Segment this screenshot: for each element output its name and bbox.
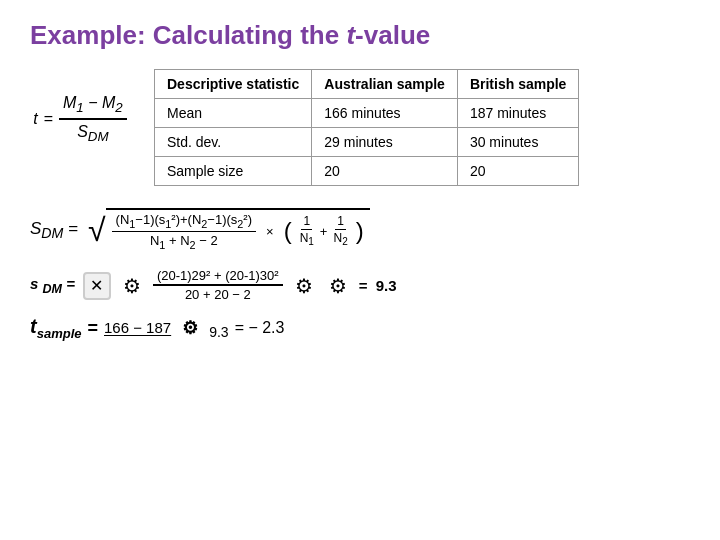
sdm-symbol: SDM = [30, 219, 78, 241]
row-mean-australian: 166 minutes [312, 99, 458, 128]
gear-icon-2: ⚙ [291, 273, 317, 299]
t-label: t [33, 110, 37, 128]
tsample-label: tsample [30, 315, 81, 341]
row-stddev-british: 30 minutes [457, 128, 578, 157]
sqrt-container: √ (N1−1)(s1²)+(N2−1)(s2²) N1 + N2 − 2 × … [88, 208, 370, 252]
page-container: Example: Calculating the t-value t = M1 … [0, 0, 720, 540]
table-row: Std. dev. 29 minutes 30 minutes [155, 128, 579, 157]
data-table-container: Descriptive statistic Australian sample … [154, 69, 579, 186]
col-header-australian: Australian sample [312, 70, 458, 99]
gear-icon-3: ⚙ [325, 273, 351, 299]
calc-fraction: (20-1)29² + (20-1)30² 20 + 20 − 2 [153, 268, 283, 303]
tsample-line: tsample = 166 − 187 ⚙ 9.3 = − 2.3 [30, 315, 690, 341]
tsample-numer-underline: 166 − 187 [104, 319, 171, 338]
bracket-left: ( [284, 219, 292, 243]
table-row: Mean 166 minutes 187 minutes [155, 99, 579, 128]
page-title: Example: Calculating the t-value [30, 20, 690, 51]
table-row: Sample size 20 20 [155, 157, 579, 186]
calc-fraction-numer: (20-1)29² + (20-1)30² [153, 268, 283, 286]
row-stddev-label: Std. dev. [155, 128, 312, 157]
row-mean-british: 187 minutes [457, 99, 578, 128]
tsample-result: = − 2.3 [235, 319, 285, 337]
sqrt-content: (N1−1)(s1²)+(N2−1)(s2²) N1 + N2 − 2 × ( … [106, 208, 370, 252]
bracket-right: ) [356, 219, 364, 243]
sdm-calc-label: s DM = [30, 275, 75, 296]
descriptive-stats-table: Descriptive statistic Australian sample … [154, 69, 579, 186]
big-fraction: (N1−1)(s1²)+(N2−1)(s2²) N1 + N2 − 2 [112, 212, 256, 250]
t-formula-block: t = M1 − M2 SDM [30, 79, 130, 145]
calc-fraction-denom: 20 + 20 − 2 [181, 286, 255, 303]
tsample-denom-label: 9.3 [209, 324, 228, 340]
col-header-british: British sample [457, 70, 578, 99]
sdm-calc-line: s DM = ✕ ⚙ (20-1)29² + (20-1)30² 20 + 20… [30, 268, 690, 303]
col-header-descriptive: Descriptive statistic [155, 70, 312, 99]
row-samplesize-australian: 20 [312, 157, 458, 186]
row-samplesize-british: 20 [457, 157, 578, 186]
gear-icon-1: ⚙ [119, 273, 145, 299]
crossed-box-icon: ✕ [83, 272, 111, 300]
row-samplesize-label: Sample size [155, 157, 312, 186]
frac-1-over-n1: 1 N1 [298, 214, 316, 247]
gear-icon-4: ⚙ [177, 315, 203, 341]
t-fraction: M1 − M2 SDM [59, 93, 127, 145]
big-fraction-numer: (N1−1)(s1²)+(N2−1)(s2²) [112, 212, 256, 232]
row-mean-label: Mean [155, 99, 312, 128]
sdm-formula-row: SDM = √ (N1−1)(s1²)+(N2−1)(s2²) N1 + N2 … [30, 208, 690, 252]
sdm-result: = 9.3 [359, 277, 397, 294]
sum-fracs: 1 N1 + 1 N2 [298, 214, 350, 247]
row-stddev-australian: 29 minutes [312, 128, 458, 157]
frac-1-over-n2: 1 N2 [331, 214, 349, 247]
big-fraction-denom: N1 + N2 − 2 [146, 232, 222, 251]
sqrt-radical: √ [88, 214, 106, 246]
